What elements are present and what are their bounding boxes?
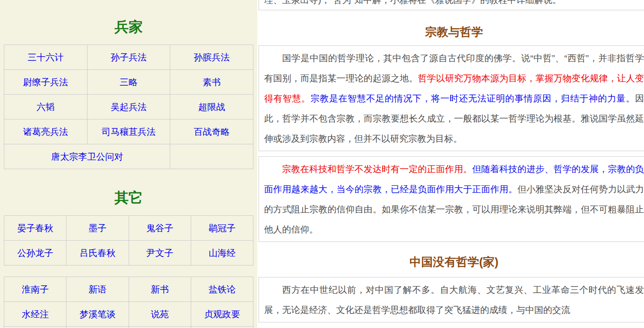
text-segment: 宗教是在智慧不足的情况下，将一时还无法证明的事情原因，归结于神的力量。 xyxy=(310,93,635,103)
article-paragraph-box: 西方在中世纪以前，对中国了解不多。自大航海、文艺复兴、工业革命三个时代的飞速发展… xyxy=(259,277,644,322)
partial-paragraph-box: 理、玉泉出寺)，“苦为”知中解，小雅将在《雅说国学》的教程中详细解说。 xyxy=(259,0,644,10)
table-cell: 新语 xyxy=(66,277,129,302)
table-row: 公孙龙子吕氏春秋尹文子山海经 xyxy=(4,241,253,265)
book-link-table: 三十六计孙子兵法孙膑兵法尉缭子兵法三略素书六韬吴起兵法超限战诸葛亮兵法司马穰苴兵… xyxy=(4,45,253,169)
section-heading: 宗教与哲学 xyxy=(259,24,644,40)
table-row: 诸葛亮兵法司马穰苴兵法百战奇略 xyxy=(4,119,253,144)
book-link[interactable]: 吴起兵法 xyxy=(111,102,147,112)
table-cell: 晏子春秋 xyxy=(4,216,66,241)
book-link[interactable]: 山海经 xyxy=(208,248,235,258)
table-row: 晏子春秋墨子鬼谷子鹖冠子 xyxy=(4,216,253,241)
book-link[interactable]: 淮南子 xyxy=(22,284,49,294)
article-paragraph: 西方在中世纪以前，对中国了解不多。自大航海、文艺复兴、工业革命三个时代的飞速发展… xyxy=(264,280,644,320)
table-cell: 三十六计 xyxy=(4,45,87,70)
table-cell: 公孙龙子 xyxy=(4,241,66,265)
book-link[interactable]: 新语 xyxy=(88,284,106,294)
table-cell: 孙子兵法 xyxy=(87,45,170,70)
article-paragraph: 理、玉泉出寺)，“苦为”知中解，小雅将在《雅说国学》的教程中详细解说。 xyxy=(264,0,644,5)
table-cell: 素书 xyxy=(170,70,253,95)
book-link[interactable]: 吕氏春秋 xyxy=(79,248,115,258)
book-link-table: 晏子春秋墨子鬼谷子鹖冠子公孙龙子吕氏春秋尹文子山海经 xyxy=(4,215,253,265)
table-cell xyxy=(191,327,253,328)
table-cell: 诸葛亮兵法 xyxy=(4,119,87,144)
table-row xyxy=(4,327,253,328)
table-cell: 唐太宗李卫公问对 xyxy=(4,144,170,169)
table-cell: 吕氏春秋 xyxy=(66,241,129,265)
table-cell xyxy=(4,327,66,328)
article-paragraph-box: 国学是中国的哲学理论，其中包含了源自古代印度的佛学。说“中哲”、“西哲”，并非指… xyxy=(259,45,644,151)
book-link[interactable]: 鹖冠子 xyxy=(208,223,235,233)
book-link[interactable]: 晏子春秋 xyxy=(17,223,53,233)
book-link[interactable]: 百战奇略 xyxy=(194,127,230,137)
table-cell: 吴起兵法 xyxy=(87,95,170,119)
table-cell: 梦溪笔谈 xyxy=(66,302,129,327)
book-link[interactable]: 梦溪笔谈 xyxy=(79,309,115,319)
sidebar-book-navigation: 兵家三十六计孙子兵法孙膑兵法尉缭子兵法三略素书六韬吴起兵法超限战诸葛亮兵法司马穰… xyxy=(0,0,257,328)
book-link[interactable]: 墨子 xyxy=(88,223,106,233)
table-cell: 墨子 xyxy=(66,216,129,241)
book-link-table: 淮南子新语新书盐铁论水经注梦溪笔谈说苑贞观政要 xyxy=(4,277,253,328)
table-cell: 新书 xyxy=(129,277,191,302)
book-link[interactable]: 素书 xyxy=(203,77,221,87)
table-cell: 淮南子 xyxy=(4,277,66,302)
table-cell: 孙膑兵法 xyxy=(170,45,253,70)
book-link[interactable]: 贞观政要 xyxy=(204,309,240,319)
book-link[interactable]: 鬼谷子 xyxy=(146,223,173,233)
table-cell: 山海经 xyxy=(191,241,253,265)
table-cell: 尉缭子兵法 xyxy=(4,70,87,95)
table-row: 水经注梦溪笔谈说苑贞观政要 xyxy=(4,302,253,327)
book-link[interactable]: 唐太宗李卫公问对 xyxy=(51,152,123,161)
table-cell: 说苑 xyxy=(129,302,191,327)
table-cell: 司马穰苴兵法 xyxy=(87,119,170,144)
book-link[interactable]: 六韬 xyxy=(36,102,54,112)
table-cell: 贞观政要 xyxy=(191,302,253,327)
book-link[interactable]: 孙膑兵法 xyxy=(194,52,230,62)
table-cell xyxy=(129,327,191,328)
book-link[interactable]: 新书 xyxy=(151,284,169,294)
sidebar-section-heading: 其它 xyxy=(0,188,257,208)
table-cell: 盐铁论 xyxy=(191,277,253,302)
book-link[interactable]: 孙子兵法 xyxy=(111,52,147,62)
table-cell: 超限战 xyxy=(170,95,253,119)
text-segment: 理、玉泉出寺)，“苦为”知中解，小雅将在《雅说国学》的教程中详细解说。 xyxy=(264,0,561,5)
book-link[interactable]: 尹文子 xyxy=(146,248,173,258)
table-row: 唐太宗李卫公问对 xyxy=(4,144,253,169)
book-link[interactable]: 诸葛亮兵法 xyxy=(23,127,68,137)
book-link[interactable]: 公孙龙子 xyxy=(17,248,53,258)
book-link[interactable]: 司马穰苴兵法 xyxy=(102,127,156,137)
table-cell: 尹文子 xyxy=(129,241,191,265)
table-cell: 鬼谷子 xyxy=(129,216,191,241)
table-row: 尉缭子兵法三略素书 xyxy=(4,70,253,95)
book-link[interactable]: 水经注 xyxy=(22,309,49,319)
book-link[interactable]: 尉缭子兵法 xyxy=(23,77,68,87)
article-content: 理、玉泉出寺)，“苦为”知中解，小雅将在《雅说国学》的教程中详细解说。宗教与哲学… xyxy=(257,0,644,328)
table-cell xyxy=(170,144,253,169)
article-paragraph: 宗教在科技和哲学不发达时有一定的正面作用。但随着科技的进步、哲学的发展，宗教的负… xyxy=(264,159,644,239)
book-link[interactable]: 三略 xyxy=(120,77,138,87)
table-row: 三十六计孙子兵法孙膑兵法 xyxy=(4,45,253,70)
table-cell: 三略 xyxy=(87,70,170,95)
table-row: 淮南子新语新书盐铁论 xyxy=(4,277,253,302)
table-cell: 六韬 xyxy=(4,95,87,119)
article-paragraph: 国学是中国的哲学理论，其中包含了源自古代印度的佛学。说“中哲”、“西哲”，并非指… xyxy=(264,48,644,149)
book-link[interactable]: 三十六计 xyxy=(27,52,63,62)
text-segment: 西方在中世纪以前，对中国了解不多。自大航海、文艺复兴、工业革命三个时代的飞速发展… xyxy=(264,285,644,315)
text-segment: 宗教在科技和哲学不发达时有一定的正面作用。 xyxy=(282,164,472,174)
table-cell: 鹖冠子 xyxy=(191,216,253,241)
book-link[interactable]: 超限战 xyxy=(198,102,225,112)
book-link[interactable]: 说苑 xyxy=(151,309,169,319)
section-heading: 中国没有哲学(家) xyxy=(259,254,644,270)
article-paragraph-box: 宗教在科技和哲学不发达时有一定的正面作用。但随着科技的进步、哲学的发展，宗教的负… xyxy=(259,156,644,242)
sidebar-section-heading: 兵家 xyxy=(0,17,257,37)
book-link[interactable]: 盐铁论 xyxy=(208,284,235,294)
table-cell: 水经注 xyxy=(4,302,66,327)
table-row: 六韬吴起兵法超限战 xyxy=(4,95,253,119)
table-cell: 百战奇略 xyxy=(170,119,253,144)
table-cell xyxy=(66,327,129,328)
